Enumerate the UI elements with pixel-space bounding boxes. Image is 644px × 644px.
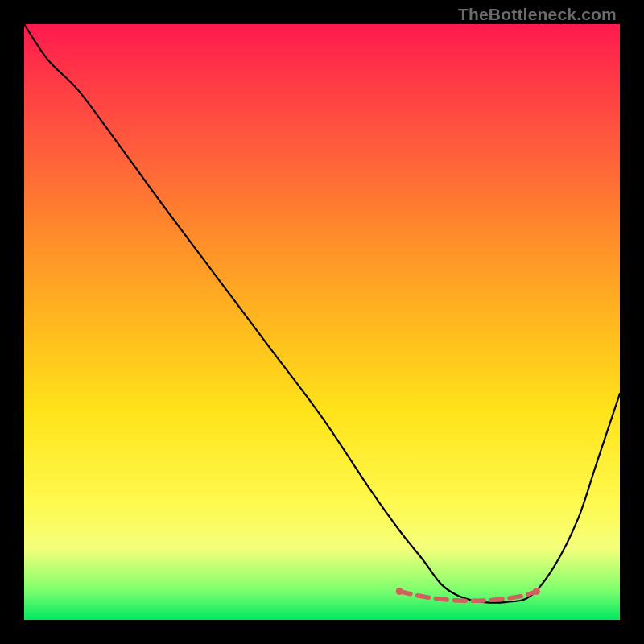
plot-area — [24, 24, 620, 620]
bottleneck-curve — [24, 24, 620, 603]
watermark-text: TheBottleneck.com — [458, 5, 617, 24]
chart-svg — [24, 24, 620, 620]
marker-endpoint — [533, 588, 540, 595]
chart-frame: TheBottleneck.com — [0, 0, 644, 644]
marker-endpoint — [396, 588, 403, 595]
